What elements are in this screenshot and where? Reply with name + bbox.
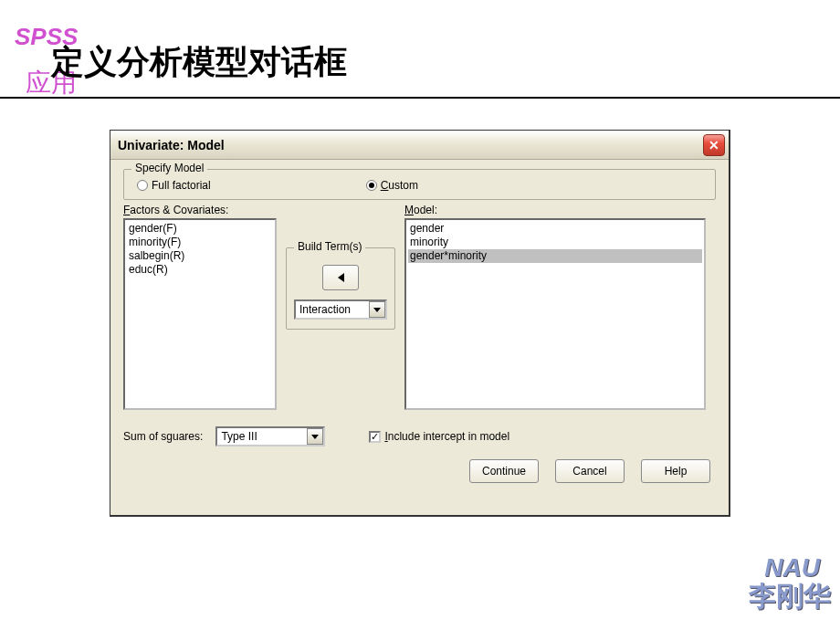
radio-icon xyxy=(137,180,148,191)
radio-custom[interactable]: Custom xyxy=(366,179,418,192)
term-type-value: Interaction xyxy=(299,303,351,316)
dropdown-arrow xyxy=(307,428,323,445)
factors-listbox[interactable]: gender(F) minority(F) salbegin(R) educ(R… xyxy=(123,218,277,410)
model-label: Model: xyxy=(404,204,706,216)
dialog-body: Specify Model Full factorial Custom Fact… xyxy=(110,160,729,515)
slide-header: SPSS 应用 定义分析模型对话框 xyxy=(0,0,840,99)
slide-title: 定义分析模型对话框 xyxy=(51,40,347,85)
list-item[interactable]: gender xyxy=(408,222,702,236)
build-terms-column: Build Term(s) Interaction xyxy=(286,204,395,410)
radio-custom-label: Custom xyxy=(381,179,418,192)
add-term-button[interactable] xyxy=(322,265,359,290)
checkbox-icon: ✓ xyxy=(369,431,381,443)
help-button[interactable]: Help xyxy=(641,459,710,483)
list-item[interactable]: educ(R) xyxy=(127,263,273,277)
cancel-button[interactable]: Cancel xyxy=(555,459,625,483)
factors-label: Factors & Covariates: xyxy=(123,204,277,216)
arrow-left-icon xyxy=(338,273,344,282)
dropdown-arrow xyxy=(369,301,385,318)
model-column: Model: gender minority gender*minority xyxy=(404,204,706,410)
sum-squares-value: Type III xyxy=(221,430,257,443)
sum-squares-dropdown[interactable]: Type III xyxy=(215,426,325,446)
term-type-dropdown[interactable]: Interaction xyxy=(294,299,387,320)
build-terms-group: Build Term(s) Interaction xyxy=(286,247,395,330)
factors-column: Factors & Covariates: gender(F) minority… xyxy=(123,204,277,410)
close-button[interactable]: ✕ xyxy=(703,134,725,156)
radio-full-factorial-label: Full factorial xyxy=(152,179,211,192)
list-item[interactable]: gender(F) xyxy=(127,222,273,236)
dialog-title: Univariate: Model xyxy=(118,138,225,152)
build-terms-legend: Build Term(s) xyxy=(294,240,365,253)
model-dialog: Univariate: Model ✕ Specify Model Full f… xyxy=(110,130,730,517)
include-intercept-label: Include intercept in model xyxy=(384,430,509,443)
list-item[interactable]: minority(F) xyxy=(127,236,273,249)
sum-squares-label: Sum of sguares: xyxy=(123,430,203,443)
footer-author: 李刚华 xyxy=(749,578,831,615)
chevron-down-icon xyxy=(373,308,381,312)
list-item[interactable]: gender*minority xyxy=(408,249,702,263)
close-icon: ✕ xyxy=(709,138,719,152)
specify-model-legend: Specify Model xyxy=(131,162,207,174)
model-listbox[interactable]: gender minority gender*minority xyxy=(404,218,706,410)
include-intercept-checkbox[interactable]: ✓ Include intercept in model xyxy=(369,430,509,443)
list-item[interactable]: salbegin(R) xyxy=(127,249,273,263)
chevron-down-icon xyxy=(311,435,319,439)
radio-full-factorial[interactable]: Full factorial xyxy=(137,179,211,192)
list-item[interactable]: minority xyxy=(408,236,702,249)
radio-icon xyxy=(366,180,377,191)
specify-model-group: Specify Model Full factorial Custom xyxy=(123,169,716,200)
dialog-titlebar[interactable]: Univariate: Model ✕ xyxy=(110,131,729,160)
continue-button[interactable]: Continue xyxy=(469,459,539,483)
